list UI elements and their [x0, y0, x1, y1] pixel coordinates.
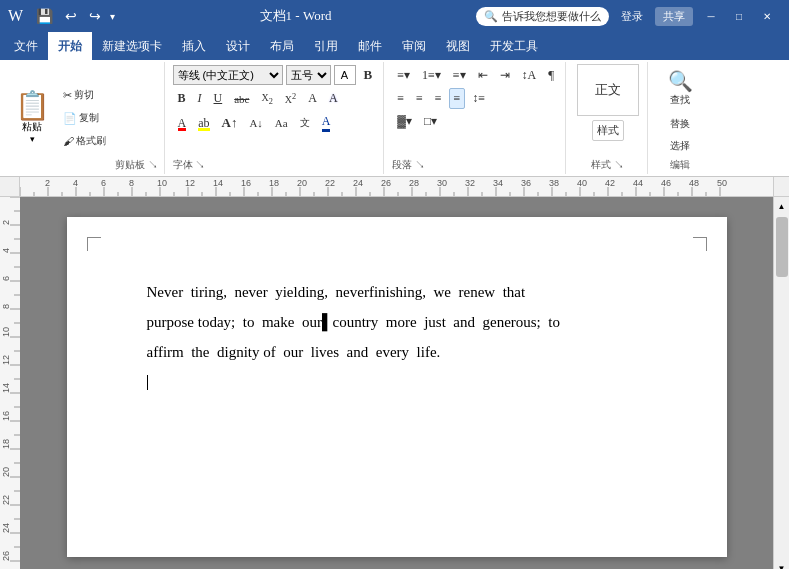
bullets-btn[interactable]: ≡▾ — [392, 65, 415, 86]
editing-group: 🔍 查找 替换 选择 编辑 — [650, 62, 710, 174]
scrollbar-vertical[interactable]: ▲ ▼ — [773, 197, 789, 569]
shading-btn[interactable]: ▓▾ — [392, 111, 417, 132]
cut-button[interactable]: ✂ 剪切 — [58, 85, 111, 105]
editing-tools: 🔍 查找 替换 选择 — [656, 64, 704, 156]
tab-file[interactable]: 文件 — [4, 32, 48, 60]
font-label: 字体 ↘ — [173, 156, 206, 172]
multilevel-btn[interactable]: ≡▾ — [448, 65, 471, 86]
justify-btn[interactable]: ≡ — [449, 88, 466, 109]
font-color-btn[interactable]: A — [173, 113, 192, 134]
clipboard-tools: ✂ 剪切 📄 复制 🖌 格式刷 — [58, 85, 111, 151]
borders-btn[interactable]: □▾ — [419, 111, 442, 132]
scroll-thumb[interactable] — [776, 217, 788, 277]
tab-references[interactable]: 引用 — [304, 32, 348, 60]
bold-btn[interactable]: B — [173, 88, 191, 109]
paste-label: 粘贴 — [22, 120, 42, 134]
format-painter-button[interactable]: 🖌 格式刷 — [58, 131, 111, 151]
quick-undo[interactable]: ↩ — [62, 6, 80, 27]
replace-button[interactable]: 替换 — [665, 114, 695, 134]
change-case-btn[interactable]: Aa — [270, 114, 293, 132]
strikethrough-btn[interactable]: abc — [229, 90, 254, 108]
close-button[interactable]: ✕ — [753, 2, 781, 30]
line-spacing-btn[interactable]: ↕≡ — [467, 88, 490, 109]
align-right-btn[interactable]: ≡ — [430, 88, 447, 109]
paste-dropdown[interactable]: ▾ — [30, 134, 35, 144]
font-row2: B I U abc X2 X2 A A — [173, 88, 378, 109]
font-group: 等线 (中文正文) 五号 B B I U abc X2 X2 A A — [167, 62, 385, 174]
page-content[interactable]: Never tiring, never yielding, neverfinis… — [147, 277, 647, 397]
superscript-btn[interactable]: X2 — [280, 89, 301, 108]
search-icon: 🔍 — [484, 10, 498, 23]
sort-btn[interactable]: ↕A — [517, 65, 542, 86]
font-name-select[interactable]: 等线 (中文正文) — [173, 65, 283, 85]
quick-save[interactable]: 💾 — [33, 6, 56, 27]
paste-button[interactable]: 📋 粘贴 ▾ — [10, 89, 54, 147]
subscript-btn[interactable]: X2 — [256, 89, 277, 109]
clear-format-btn[interactable]: A — [303, 88, 322, 109]
clipboard-label: 剪贴板 ↘ — [115, 156, 158, 172]
restore-button[interactable]: □ — [725, 2, 753, 30]
ribbon: 文件 开始 新建选项卡 插入 设计 布局 引用 邮件 审阅 视图 开发工具 📋 … — [0, 32, 789, 177]
tab-insert[interactable]: 插入 — [172, 32, 216, 60]
cursor-line[interactable] — [147, 367, 647, 397]
scroll-down-button[interactable]: ▼ — [775, 561, 789, 569]
para-row1: ≡▾ 1≡▾ ≡▾ ⇤ ⇥ ↕A ¶ — [392, 64, 559, 86]
app-icon: W — [8, 7, 23, 25]
styles-button[interactable]: 样式 — [592, 120, 624, 141]
font-size-grow[interactable]: A↑ — [217, 112, 243, 134]
find-button[interactable]: 🔍 查找 — [656, 64, 704, 112]
quick-redo[interactable]: ↪ — [86, 6, 104, 27]
styles-group: 正文 样式 样式 ↘ — [568, 62, 648, 174]
tell-me-box[interactable]: 🔍 告诉我您想要做什么 — [476, 7, 609, 26]
outdent-btn[interactable]: ⇤ — [473, 65, 493, 86]
show-marks-btn[interactable]: ¶ — [543, 64, 559, 86]
text-effect-btn[interactable]: A — [324, 88, 343, 109]
scroll-up-button[interactable]: ▲ — [775, 199, 789, 213]
paste-icon: 📋 — [15, 92, 50, 120]
document-area[interactable]: Never tiring, never yielding, neverfinis… — [20, 197, 773, 569]
select-button[interactable]: 选择 — [665, 136, 695, 156]
tab-view[interactable]: 视图 — [436, 32, 480, 60]
doc-title: 文档1 - Word — [115, 7, 476, 25]
find-icon: 🔍 — [668, 69, 693, 93]
tab-layout[interactable]: 布局 — [260, 32, 304, 60]
copy-button[interactable]: 📄 复制 — [58, 108, 111, 128]
text-cursor — [147, 375, 148, 390]
ruler-corner[interactable] — [0, 177, 20, 197]
page: Never tiring, never yielding, neverfinis… — [67, 217, 727, 557]
underline-btn[interactable]: U — [209, 88, 228, 109]
style-gallery[interactable]: 正文 — [577, 64, 639, 116]
share-button[interactable]: 共享 — [655, 7, 693, 26]
italic-btn[interactable]: I — [193, 88, 207, 109]
align-left-btn[interactable]: ≡ — [392, 88, 409, 109]
tab-developer[interactable]: 开发工具 — [480, 32, 548, 60]
phonetic-guide-btn[interactable]: 文 — [295, 113, 315, 133]
paragraph-label: 段落 ↘ — [392, 156, 425, 172]
login-button[interactable]: 登录 — [613, 7, 651, 26]
tab-mailings[interactable]: 邮件 — [348, 32, 392, 60]
main-area: Never tiring, never yielding, neverfinis… — [0, 197, 789, 569]
tab-review[interactable]: 审阅 — [392, 32, 436, 60]
ribbon-content: 📋 粘贴 ▾ ✂ 剪切 📄 复制 🖌 格式刷 剪贴板 ↘ 等线 (中文正文) 五… — [0, 60, 789, 176]
ruler-vertical[interactable] — [0, 197, 20, 569]
font-size-select[interactable]: 五号 — [286, 65, 331, 85]
minimize-button[interactable]: ─ — [697, 2, 725, 30]
tab-design[interactable]: 设计 — [216, 32, 260, 60]
corner-tr — [693, 237, 707, 251]
align-center-btn[interactable]: ≡ — [411, 88, 428, 109]
highlight-btn[interactable]: ab — [193, 113, 214, 134]
title-bar: W 💾 ↩ ↪ ▾ 文档1 - Word 🔍 告诉我您想要做什么 登录 共享 ─… — [0, 0, 789, 32]
font-size-shrink[interactable]: A↓ — [244, 114, 267, 132]
tab-home[interactable]: 开始 — [48, 32, 92, 60]
para-row2: ≡ ≡ ≡ ≡ ↕≡ — [392, 88, 490, 109]
font-color-a-btn[interactable]: A — [317, 111, 336, 135]
ruler-horizontal[interactable] — [20, 177, 773, 197]
bold-button[interactable]: B — [359, 64, 378, 86]
numbering-btn[interactable]: 1≡▾ — [417, 65, 446, 86]
paragraph-group: ≡▾ 1≡▾ ≡▾ ⇤ ⇥ ↕A ¶ ≡ ≡ ≡ ≡ ↕≡ ▓▾ □▾ 段落 ↘ — [386, 62, 566, 174]
ruler-scrollbar-corner — [773, 177, 789, 197]
text-line1: Never tiring, never yielding, neverfinis… — [147, 277, 647, 307]
font-size-input[interactable] — [334, 65, 356, 85]
indent-btn[interactable]: ⇥ — [495, 65, 515, 86]
tab-new[interactable]: 新建选项卡 — [92, 32, 172, 60]
